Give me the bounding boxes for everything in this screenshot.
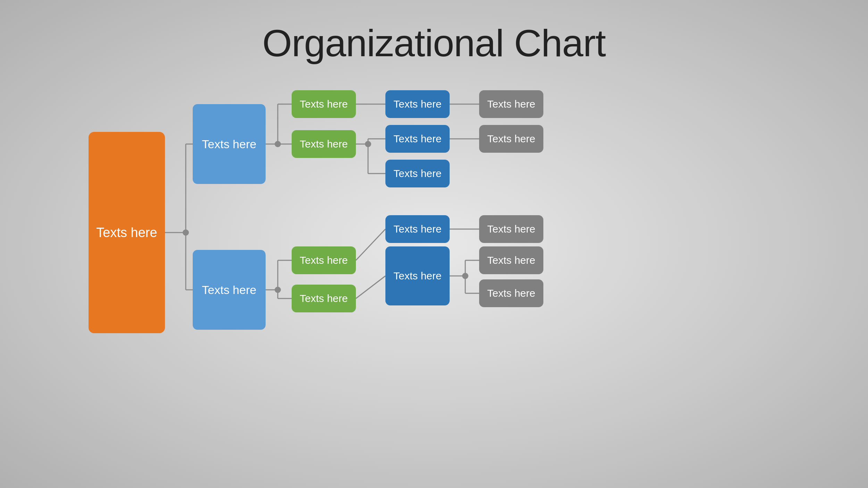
node-gr3: Texts here [479, 215, 543, 243]
node-gr5: Texts here [479, 279, 543, 307]
node-b2: Texts here [193, 250, 266, 330]
page-title: Organizational Chart [0, 0, 868, 65]
node-b1: Texts here [193, 104, 266, 184]
node-d2-label: Texts here [393, 133, 441, 145]
node-g4: Texts here [292, 285, 356, 312]
node-d4-label: Texts here [393, 223, 441, 235]
node-gr4: Texts here [479, 246, 543, 274]
node-g3: Texts here [292, 246, 356, 274]
node-b1-label: Texts here [202, 137, 257, 151]
node-g1: Texts here [292, 90, 356, 118]
node-d5: Texts here [385, 246, 450, 305]
node-gr4-label: Texts here [487, 254, 535, 266]
junction-d5 [462, 273, 468, 279]
node-root: Texts here [89, 132, 165, 333]
junction-root [183, 229, 189, 236]
node-d4: Texts here [385, 215, 450, 243]
node-g2-label: Texts here [300, 138, 348, 150]
junction-b2 [275, 287, 281, 293]
node-g3-label: Texts here [300, 254, 348, 266]
node-d1-label: Texts here [393, 98, 441, 110]
node-d2: Texts here [385, 125, 450, 153]
node-gr2: Texts here [479, 125, 543, 153]
junction-g2 [365, 141, 371, 147]
node-g1-label: Texts here [300, 98, 348, 110]
node-b2-label: Texts here [202, 283, 257, 297]
node-gr3-label: Texts here [487, 223, 535, 235]
org-chart: Texts here Texts here Texts here Texts h… [35, 80, 833, 462]
node-gr1-label: Texts here [487, 98, 535, 110]
node-d1: Texts here [385, 90, 450, 118]
node-d3-label: Texts here [393, 168, 441, 179]
junction-b1 [275, 141, 281, 147]
node-gr5-label: Texts here [487, 287, 535, 299]
node-g2: Texts here [292, 130, 356, 158]
node-g4-label: Texts here [300, 293, 348, 304]
node-d3: Texts here [385, 160, 450, 187]
node-d5-label: Texts here [393, 270, 441, 282]
node-gr1: Texts here [479, 90, 543, 118]
node-gr2-label: Texts here [487, 133, 535, 145]
node-root-label: Texts here [96, 225, 157, 240]
line-g3-d4 [356, 229, 385, 260]
line-g4-d5 [356, 276, 385, 298]
